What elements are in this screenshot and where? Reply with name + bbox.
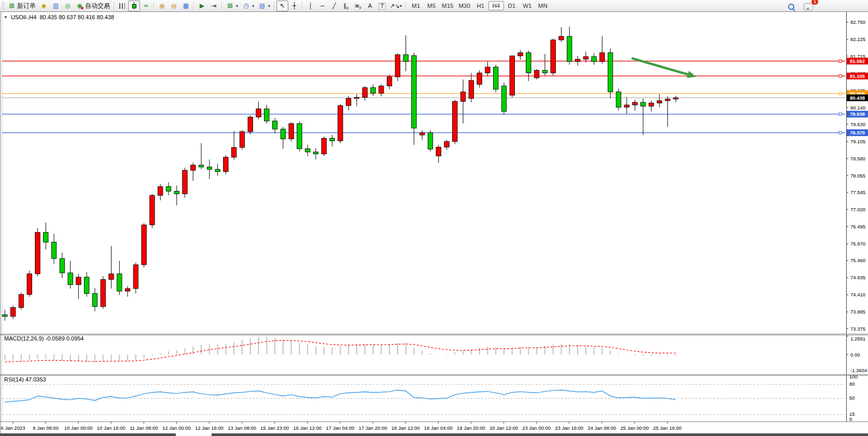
search-button[interactable]	[786, 1, 796, 12]
svg-text:79.938: 79.938	[850, 111, 865, 117]
svg-text:19 Jan 20:00: 19 Jan 20:00	[457, 425, 485, 431]
fibonacci-tool-button[interactable]: ≡F	[352, 1, 364, 11]
svg-text:79.370: 79.370	[850, 130, 865, 135]
templates-button[interactable]: ▤ ▾	[256, 1, 272, 11]
svg-text:0.00: 0.00	[850, 352, 860, 358]
svg-text:74.410: 74.410	[850, 292, 865, 297]
price-line-label[interactable]: 81.562	[847, 58, 868, 64]
notification-badge: 1	[811, 0, 818, 5]
svg-text:6 Jan 2023: 6 Jan 2023	[1, 425, 25, 431]
candlestick-chart-icon	[130, 2, 138, 10]
separator	[302, 2, 303, 10]
timeframe-button-M15[interactable]: M15	[439, 1, 456, 10]
bottom-panel-edge	[0, 433, 176, 436]
svg-text:78.055: 78.055	[850, 173, 865, 179]
toolbar-right: 1	[786, 1, 815, 12]
svg-text:81.562: 81.562	[850, 58, 865, 64]
svg-text:24 Jan 08:00: 24 Jan 08:00	[587, 425, 616, 431]
zoom-in-icon: ⊕	[158, 2, 166, 10]
navigator-button[interactable]: ◎	[62, 1, 74, 11]
price-line-label[interactable]: 79.370	[847, 129, 868, 136]
line-chart-button[interactable]: ≈	[140, 1, 152, 11]
svg-text:25 Jan 00:00: 25 Jan 00:00	[620, 425, 649, 431]
text-tool-button[interactable]: A	[364, 1, 376, 11]
bar-chart-button[interactable]	[116, 1, 128, 11]
price-line-label[interactable]: 80.438	[847, 94, 868, 101]
cursor-icon: ↖	[278, 2, 286, 10]
navigator-icon: ◎	[64, 2, 72, 10]
timeframe-button-W1[interactable]: W1	[520, 1, 535, 10]
svg-text:73.375: 73.375	[850, 326, 865, 332]
svg-text:77.545: 77.545	[850, 189, 865, 195]
notifications-button[interactable]: 1	[802, 1, 815, 12]
vertical-line-tool-button[interactable]: │	[304, 1, 316, 11]
svg-text:80.140: 80.140	[850, 105, 865, 111]
toolbar-grip[interactable]	[2, 2, 4, 10]
svg-text:75.460: 75.460	[850, 257, 865, 263]
price-line-label[interactable]: 79.938	[847, 111, 868, 117]
timeframe-button-MN[interactable]: MN	[535, 1, 551, 10]
text-icon: A	[366, 2, 374, 10]
horizontal-line-icon: ─	[318, 2, 326, 10]
separator	[193, 2, 194, 10]
market-watch-button[interactable]: ◆	[38, 1, 50, 11]
price-chart[interactable]: 82.75082.22581.71581.19080.66580.14079.6…	[0, 11, 868, 436]
svg-text:9 Jan 08:00: 9 Jan 08:00	[33, 425, 59, 431]
new-order-icon: ⊞	[8, 2, 16, 10]
bottom-panel-edge	[212, 433, 868, 436]
market-watch-icon: ◆	[40, 2, 48, 10]
channel-tool-button[interactable]: ∥E	[340, 1, 352, 11]
svg-text:25 Jan 16:00: 25 Jan 16:00	[653, 425, 682, 431]
chart-ohlc-values: 80.435 80.637 80.416 80.438	[39, 14, 114, 20]
chart-window: ▼ USOil-,H4 80.435 80.637 80.416 80.438 …	[0, 11, 868, 436]
data-window-button[interactable]: ▥	[50, 1, 62, 11]
tile-windows-button[interactable]: ▦	[180, 1, 192, 11]
autotrading-button[interactable]: ◉ 自动交易	[74, 1, 112, 11]
horizontal-line-tool-button[interactable]: ─	[316, 1, 328, 11]
svg-text:17 Jan 04:00: 17 Jan 04:00	[326, 425, 355, 431]
fibonacci-icon: ≡F	[354, 2, 362, 10]
macd-label: MACD(12,26,9) -0.0589 0.0954	[4, 335, 83, 342]
collapse-icon[interactable]: ▼	[4, 15, 8, 20]
svg-text:23 Jan 00:00: 23 Jan 00:00	[522, 425, 551, 431]
svg-text:74.935: 74.935	[850, 275, 865, 280]
indicators-button[interactable]: ⊞ ▾	[224, 1, 240, 11]
chart-shift-button[interactable]: ⇥	[208, 1, 220, 11]
timeframe-button-H4[interactable]: H4	[488, 1, 504, 10]
autotrading-label: 自动交易	[85, 2, 110, 10]
trendline-tool-button[interactable]: ╱	[328, 1, 340, 11]
arrows-tool-button[interactable]: ↗↘ ▾	[388, 1, 404, 11]
price-line-label[interactable]: 81.105	[847, 73, 868, 79]
arrows-icon: ↗↘	[390, 2, 398, 10]
svg-text:73.885: 73.885	[850, 309, 865, 315]
text-label-tool-button[interactable]: T	[376, 1, 388, 11]
candlestick-chart-button[interactable]	[128, 1, 140, 11]
auto-scroll-button[interactable]: ▶	[196, 1, 208, 11]
svg-text:10 Jan 00:00: 10 Jan 00:00	[64, 425, 93, 431]
separator	[221, 2, 222, 10]
svg-text:79.630: 79.630	[850, 121, 865, 127]
timeframe-button-H1[interactable]: H1	[473, 1, 488, 10]
main-toolbar: ⊞ 新订单 ◆ ▥ ◎ ◉ 自动交易 ≈ ⊕ ⊖ ▦ ▶ ⇥ ⊞ ▾ ◷ ▾ ▤…	[0, 0, 868, 12]
periods-button[interactable]: ◷ ▾	[240, 1, 256, 11]
timeframe-button-M1[interactable]: M1	[408, 1, 424, 10]
chevron-down-icon: ▾	[400, 4, 402, 8]
zoom-out-button[interactable]: ⊖	[168, 1, 180, 11]
search-icon	[788, 4, 794, 10]
svg-text:77.020: 77.020	[850, 207, 865, 212]
line-chart-icon: ≈	[142, 2, 150, 10]
svg-text:20 Jan 12:00: 20 Jan 12:00	[489, 425, 518, 431]
svg-text:18 Jan 12:00: 18 Jan 12:00	[391, 425, 420, 431]
separator	[114, 2, 115, 10]
timeframe-button-D1[interactable]: D1	[504, 1, 520, 10]
timeframe-button-M30[interactable]: M30	[456, 1, 472, 10]
indicators-icon: ⊞	[226, 2, 234, 10]
cursor-tool-button[interactable]: ↖	[276, 1, 288, 11]
rsi-label: RSI(14) 47.0353	[4, 376, 46, 383]
svg-text:23 Jan 16:00: 23 Jan 16:00	[555, 425, 583, 431]
zoom-in-button[interactable]: ⊕	[156, 1, 168, 11]
svg-text:80: 80	[849, 381, 855, 387]
crosshair-tool-button[interactable]: ┼	[288, 1, 300, 11]
new-order-button[interactable]: ⊞ 新订单	[6, 1, 38, 11]
timeframe-button-M5[interactable]: M5	[424, 1, 439, 10]
